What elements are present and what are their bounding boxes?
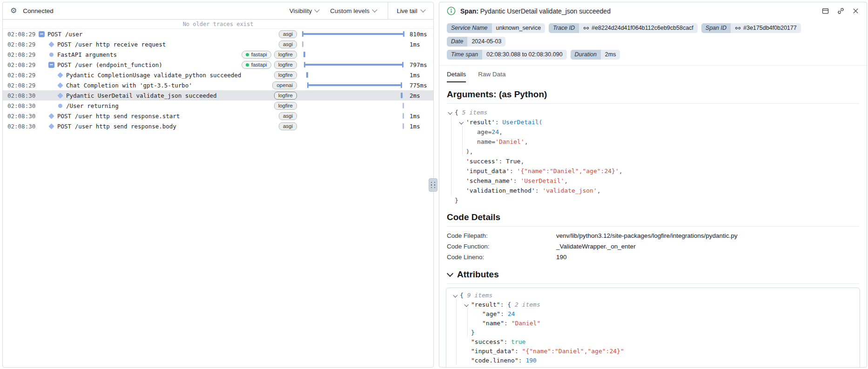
collapse-minus-icon[interactable] (38, 29, 45, 39)
meta-badge-duration: Duration2ms (571, 50, 620, 60)
collapse-minus-icon[interactable] (48, 60, 54, 70)
visibility-dropdown[interactable]: Visibility (289, 7, 319, 14)
tree-collapse-chevron-icon[interactable] (454, 291, 460, 300)
live-tail-dropdown[interactable]: Live tail (388, 2, 433, 19)
code-details-heading: Code Details (447, 212, 859, 222)
trace-row-label: POST /user http send response.body (57, 123, 176, 130)
code-line: "result": { 2 items (452, 300, 854, 309)
dock-panel-icon[interactable] (821, 7, 829, 15)
code-detail-value: _ValidateWrapper._on_enter (556, 241, 859, 252)
trace-row-label: /User returning (66, 102, 119, 109)
scope-badge-asgi: asgi (279, 40, 297, 48)
trace-row[interactable]: 02:08:30Pydantic UserDetail validate_jso… (3, 90, 433, 101)
tab-details[interactable]: Details (447, 71, 466, 82)
code-details-table: Code Filepath:venv/lib/python3.12/site-p… (447, 230, 859, 262)
span-diamond-icon (48, 39, 54, 49)
meta-value: unknown_service (492, 23, 545, 33)
trace-row-label: Chat Completion with 'gpt-3.5-turbo' (66, 82, 192, 89)
trace-row-badges: openai (272, 81, 297, 89)
code-line: 'input_data': '{"name":"Daniel","age":24… (447, 166, 859, 176)
code-line: name='Daniel', (447, 137, 859, 147)
meta-value[interactable]: #3e175db4f0b20177 (731, 23, 801, 33)
trace-row-badges: logfire (274, 92, 297, 100)
scope-badge-asgi: asgi (279, 30, 297, 38)
code-line: "schema_name": "UserDetail" (452, 365, 854, 368)
trace-row-timestamp: 02:08:29 (7, 61, 35, 68)
duration-bar (302, 101, 404, 111)
attributes-heading: Attributes (447, 269, 859, 280)
code-detail-label: Code Filepath: (447, 230, 556, 241)
span-diamond-icon (48, 121, 54, 131)
span-diamond-icon (57, 90, 63, 101)
span-diamond-icon (57, 70, 63, 80)
panel-resize-handle[interactable] (429, 178, 437, 192)
span-title-text: Pydantic UserDetail validate_json succee… (480, 7, 611, 15)
meta-label: Span ID (701, 23, 731, 33)
meta-label: Date (447, 37, 467, 47)
trace-row-label: Pydantic CompletionUsage validate_python… (66, 72, 241, 79)
live-tail-label: Live tail (397, 7, 417, 14)
span-detail-panel: Span: Pydantic UserDetail validate_json … (439, 2, 867, 368)
copy-link-icon[interactable] (835, 5, 846, 16)
meta-value[interactable]: #e8224d24d41f064b112c6eb9cb58cacf (579, 23, 698, 33)
no-older-traces-banner: No older traces exist (3, 20, 433, 29)
span-kind-label: Span: (460, 7, 478, 15)
trace-row-timestamp: 02:08:29 (7, 41, 35, 48)
custom-levels-label: Custom levels (330, 7, 370, 14)
duration-bar (302, 111, 404, 121)
duration-bar (302, 90, 404, 101)
code-line: ), (447, 147, 859, 156)
tree-collapse-chevron-icon[interactable] (449, 107, 455, 117)
trace-row[interactable]: 02:08:29FastAPI argumentsfastapilogfire (3, 49, 433, 60)
scope-badge-fastapi: fastapi (242, 51, 271, 59)
arguments-python-view: { 5 items'result': UserDetail(age=24,nam… (447, 107, 859, 205)
green-dot-icon (246, 63, 249, 67)
trace-row[interactable]: 02:08:30POST /user http send response.bo… (3, 121, 433, 131)
trace-row-label: FastAPI arguments (57, 51, 117, 58)
arguments-heading: Arguments: (as Python) (447, 89, 859, 100)
trace-row-timestamp: 02:08:29 (7, 51, 35, 58)
trace-rows: 02:08:29POST /userasgi810ms02:08:29POST … (3, 29, 433, 131)
gear-icon[interactable]: ⚙ (10, 7, 17, 14)
scope-badge-asgi: asgi (279, 122, 297, 130)
scope-badge-logfire: logfire (274, 71, 297, 79)
meta-label: Trace ID (549, 23, 579, 33)
close-icon[interactable] (852, 7, 859, 14)
code-line: 'result': UserDetail( (447, 117, 859, 127)
trace-row-duration: 1ms (410, 41, 420, 48)
code-line: "input_data": "{"name":"Daniel","age":24… (452, 347, 854, 356)
trace-row[interactable]: 02:08:30/User returninglogfire (3, 101, 433, 111)
span-diamond-icon (48, 111, 54, 121)
code-line: { 5 items (447, 107, 859, 117)
tree-collapse-chevron-icon[interactable] (460, 117, 466, 127)
trace-row-timestamp: 02:08:30 (7, 113, 35, 120)
trace-row-timestamp: 02:08:30 (7, 92, 35, 99)
trace-row-duration: 1ms (410, 123, 420, 130)
scope-badge-logfire: logfire (274, 61, 297, 69)
code-line: 'schema_name': 'UserDetail', (447, 176, 859, 186)
code-line: "success": true (452, 337, 854, 347)
connection-status: Connected (23, 7, 53, 14)
duration-bar (302, 49, 404, 60)
code-detail-label: Code Function: (447, 241, 556, 252)
trace-row[interactable]: 02:08:29POST /user (endpoint_function)fa… (3, 60, 433, 70)
trace-row-badges: asgi (279, 112, 297, 120)
chevron-down-icon[interactable] (447, 270, 453, 277)
duration-bar (302, 121, 404, 131)
visibility-label: Visibility (289, 7, 312, 14)
divider (447, 103, 859, 104)
trace-row-timestamp: 02:08:29 (7, 31, 35, 38)
code-line: 'validation_method': 'validate_json', (447, 186, 859, 195)
trace-row[interactable]: 02:08:30POST /user http send response.st… (3, 111, 433, 121)
tab-raw-data[interactable]: Raw Data (478, 71, 505, 82)
span-detail-header: Span: Pydantic UserDetail validate_json … (439, 2, 867, 17)
meta-label: Service Name (447, 23, 492, 33)
trace-row[interactable]: 02:08:29POST /user http receive requesta… (3, 39, 433, 49)
scope-badge-fastapi: fastapi (242, 61, 271, 69)
custom-levels-dropdown[interactable]: Custom levels (330, 7, 377, 14)
trace-row[interactable]: 02:08:29POST /userasgi810ms (3, 29, 433, 39)
meta-label: Duration (571, 50, 601, 60)
trace-row[interactable]: 02:08:29Chat Completion with 'gpt-3.5-tu… (3, 80, 433, 90)
trace-row[interactable]: 02:08:29Pydantic CompletionUsage validat… (3, 70, 433, 80)
tree-collapse-chevron-icon[interactable] (465, 300, 471, 309)
